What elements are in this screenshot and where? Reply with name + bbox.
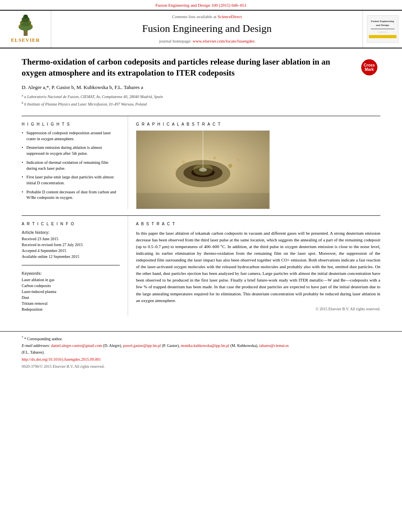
abstract-column: A B S T R A C T In this paper the laser … <box>128 216 380 316</box>
highlight-item-3: Indication of thermal oxidation of remai… <box>22 160 120 171</box>
footer-section: * * Corresponding author. E-mail address… <box>0 331 402 376</box>
fusion-logo-section: Fusion Engineeringand Design ———— <box>363 11 402 47</box>
article-authors: D. Alegre a,*, P. Gasior b, M. Kubkowska… <box>22 84 353 91</box>
available-date: Available online 12 September 2015 <box>22 254 120 260</box>
article-info-divider <box>22 265 120 265</box>
svg-rect-0 <box>24 30 28 36</box>
svg-point-6 <box>31 24 32 26</box>
email-tabares[interactable]: tabares@ciemat.es <box>259 343 289 348</box>
journal-header: ELSEVIER Contents lists available at Sci… <box>0 10 402 48</box>
svg-point-18 <box>228 164 232 168</box>
svg-text:Mark: Mark <box>365 67 374 72</box>
keyword-5: Tritium removal <box>22 301 120 306</box>
crossmark-section: Cross Mark <box>361 59 380 78</box>
svg-point-23 <box>193 164 213 176</box>
graphical-abstract-svg <box>136 131 270 209</box>
fusion-logo-subtext: ———— <box>378 30 387 33</box>
email-alegre[interactable]: daniel.alegre.castro@gmail.com <box>51 343 102 348</box>
graphical-abstract-heading: G R A P H I C A L A B S T R A C T <box>136 122 380 127</box>
journal-homepage-link[interactable]: www.elsevier.com/locate/fusengdes <box>193 39 255 43</box>
history-label: Article history: <box>22 230 120 235</box>
contents-available-line: Contents lists available at ScienceDirec… <box>172 14 242 20</box>
highlight-item-4: First laser pulse emit large dust partic… <box>22 174 120 186</box>
doi-line: http://dx.doi.org/10.1016/j.fusengdes.20… <box>22 357 380 362</box>
footer-copyright: 0920-3796/© 2015 Elsevier B.V. All right… <box>22 364 380 369</box>
highlight-item-2: Deuterium emission during ablation is al… <box>22 145 120 156</box>
crossmark-icon: Cross Mark <box>361 59 378 76</box>
keyword-4: Dust <box>22 295 120 300</box>
highlight-item-1: Suppression of codeposit redeposition ar… <box>22 130 120 142</box>
abstract-text: In this paper the laser ablation of toka… <box>136 230 380 304</box>
highlights-list: Suppression of codeposit redeposition ar… <box>22 130 120 201</box>
left-column: H I G H L I G H T S Suppression of codep… <box>22 116 128 209</box>
article-info-heading: A R T I C L E I N F O <box>22 221 120 227</box>
two-column-section: H I G H L I G H T S Suppression of codep… <box>22 116 380 209</box>
fusion-journal-logo: Fusion Engineeringand Design ———— <box>367 15 398 43</box>
journal-header-center: Contents lists available at ScienceDirec… <box>51 11 363 47</box>
highlight-item-5: Probable D content decreases of dust fro… <box>22 189 120 201</box>
svg-point-17 <box>214 157 216 159</box>
svg-point-16 <box>182 160 185 163</box>
svg-point-4 <box>23 15 28 19</box>
keywords-label: Keywords: <box>22 271 120 276</box>
svg-point-8 <box>29 22 30 23</box>
right-column: G R A P H I C A L A B S T R A C T <box>128 116 380 209</box>
received-date: Received 23 June 2015 <box>22 236 120 242</box>
article-info-column: A R T I C L E I N F O Article history: R… <box>22 216 128 316</box>
corresponding-author-note: * * Corresponding author. <box>22 336 380 342</box>
main-content: Thermo-oxidation of carbon codeposits an… <box>0 48 402 324</box>
revised-date: Received in revised form 27 July 2015 <box>22 242 120 248</box>
keyword-6: Redeposition <box>22 307 120 312</box>
svg-point-20 <box>237 159 239 161</box>
sciencedirect-link[interactable]: ScienceDirect <box>218 14 242 19</box>
journal-title: Fusion Engineering and Design <box>142 22 272 36</box>
elsevier-logo: ELSEVIER <box>11 14 40 44</box>
email-addresses-line: E-mail addresses: daniel.alegre.castro@g… <box>22 343 380 348</box>
keyword-3: Laser-induced plasma <box>22 289 120 295</box>
highlights-heading: H I G H L I G H T S <box>22 122 120 127</box>
tabares-note: (F.L. Tabares). <box>22 350 380 355</box>
affiliation-b: b b Institute of Plasma Physics and Lase… <box>22 101 353 107</box>
fusion-logo-bar <box>369 35 396 38</box>
elsevier-tree-icon <box>14 14 37 36</box>
accepted-date: Accepted 4 September 2015 <box>22 248 120 254</box>
journal-homepage-line: journal homepage: www.elsevier.com/locat… <box>159 38 255 44</box>
page-wrapper: Fusion Engineering and Design 100 (2015)… <box>0 0 402 532</box>
svg-text:Cross: Cross <box>364 63 375 67</box>
keywords-block: Keywords: Laser ablation in gas Carbon c… <box>22 271 120 312</box>
svg-point-19 <box>175 169 177 171</box>
graphical-abstract-image <box>136 130 270 209</box>
article-title: Thermo-oxidation of carbon codeposits an… <box>22 56 353 79</box>
journal-reference: Fusion Engineering and Design 100 (2015)… <box>155 3 247 7</box>
article-info-abstract-section: A R T I C L E I N F O Article history: R… <box>22 215 380 316</box>
copyright-line: © 2015 Elsevier B.V. All rights reserved… <box>136 306 380 312</box>
doi-link[interactable]: http://dx.doi.org/10.1016/j.fusengdes.20… <box>22 357 101 361</box>
article-history-block: Article history: Received 23 June 2015 R… <box>22 230 120 260</box>
email-kubkowska[interactable]: monika.kubkowska@ipp.lm.pl <box>181 343 229 348</box>
email-gasior[interactable]: pawel.gasior@ipp.lm.pl <box>123 343 161 348</box>
svg-point-7 <box>21 22 22 24</box>
article-title-section: Thermo-oxidation of carbon codeposits an… <box>22 56 380 111</box>
affiliation-a: a a Laboratorio Nacional de Fusion, CIEM… <box>22 93 353 100</box>
keyword-2: Carbon codeposits <box>22 283 120 289</box>
elsevier-brand-text: ELSEVIER <box>11 37 40 44</box>
keyword-1: Laser ablation in gas <box>22 277 120 283</box>
fusion-logo-divider <box>371 29 395 29</box>
svg-point-5 <box>19 25 20 27</box>
elsevier-logo-section: ELSEVIER <box>0 11 51 47</box>
abstract-heading: A B S T R A C T <box>136 221 380 227</box>
journal-reference-bar: Fusion Engineering and Design 100 (2015)… <box>0 0 402 10</box>
fusion-logo-text: Fusion Engineeringand Design <box>371 20 394 28</box>
article-title-text: Thermo-oxidation of carbon codeposits an… <box>22 56 353 108</box>
keywords-list: Laser ablation in gas Carbon codeposits … <box>22 277 120 312</box>
